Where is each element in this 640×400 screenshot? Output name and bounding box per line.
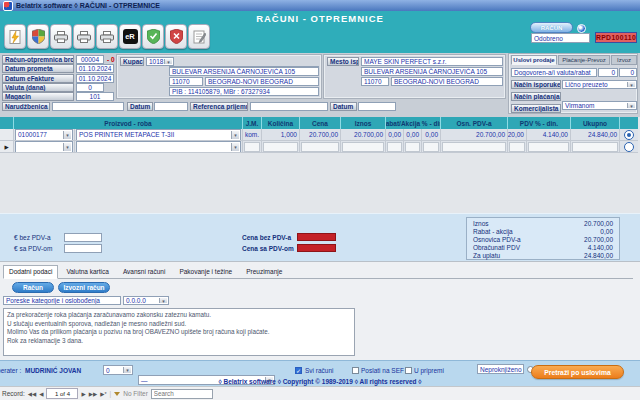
filter-combo-1[interactable]: 0 [103, 365, 133, 375]
title-bar: Belatrix software ◊ RAČUNI - OTPREMNICE [0, 0, 640, 11]
invoice-number-field[interactable]: 00004 [76, 55, 104, 64]
referenca-input[interactable] [250, 102, 328, 111]
magacin-field[interactable]: 101 [76, 92, 114, 101]
narudzbenica-input[interactable] [52, 102, 124, 111]
row-selected-radio[interactable] [624, 130, 634, 140]
kupac-label: Kupac [120, 57, 144, 66]
total-label: Obračunati PDV [473, 244, 520, 251]
last-record-icon[interactable]: ▶▶ [89, 389, 97, 399]
cena-bez-label: Cena bez PDV-a [242, 234, 291, 241]
tab-pakovanje-tezine[interactable]: Pakovanje i težine [173, 265, 238, 278]
item-name-combo[interactable]: POS PRINTER METAPACE T-3II [76, 129, 241, 141]
totals-box: Iznos20.700,00 Rabat - akcija0,00 Osnovi… [466, 217, 620, 260]
tab-izvoz[interactable]: Izvoz [611, 55, 637, 65]
eur-bez-field[interactable] [64, 233, 102, 242]
first-record-icon[interactable]: ◀◀ [28, 389, 36, 399]
datum-efakture-field[interactable]: 01.10.2024 [76, 74, 114, 83]
kupac-zip-field: 11070 [169, 77, 203, 86]
col-proizvod[interactable]: Proizvod - roba [14, 117, 243, 129]
invoice-notes-box[interactable]: Za prekoračenje roka plaćanja zaračunava… [3, 308, 355, 356]
toolbar-button-security[interactable] [27, 24, 49, 49]
kupac-panel: Kupac 1018 MAYE SKIN PERFECT s.z.r. BULE… [116, 54, 322, 99]
svi-racuni-checkbox[interactable] [295, 367, 302, 374]
mesto-city-field: BEOGRAD-NOVI BEOGRAD [391, 77, 503, 86]
printer-icon [54, 31, 68, 43]
toolbar-button-print-1[interactable] [50, 24, 72, 49]
new-item-row[interactable] [0, 141, 638, 153]
datum1-input[interactable] [154, 102, 188, 111]
toolbar-button-approve[interactable] [142, 24, 164, 49]
item-rabat-pct[interactable]: 0,00 [386, 129, 404, 141]
tab-dodatni-podaci[interactable]: Dodatni podaci [3, 265, 58, 279]
datum-prometa-field[interactable]: 01.10.2024 [76, 64, 114, 73]
new-item-name-combo[interactable] [76, 141, 241, 153]
status-field: Odobreno [531, 33, 590, 43]
u-pripremi-checkbox[interactable] [405, 367, 412, 374]
no-filter-label[interactable]: No Filter [123, 390, 148, 397]
tab-avansni-racuni[interactable]: Avansni računi [117, 265, 172, 278]
info-round-button[interactable] [577, 24, 586, 33]
dogovoreno-valuta-field[interactable]: 0 [598, 68, 618, 77]
item-osn-pdv: 20.700,00 [441, 129, 508, 141]
bottom-tabs: Dodatni podaci Valutna kartica Avansni r… [3, 265, 633, 279]
tab-valutna-kartica[interactable]: Valutna kartica [60, 265, 115, 278]
item-akcija-pct[interactable]: 0,00 [404, 129, 422, 141]
poreske-kategorije-label: Poreske kategorije i oslobođenja [3, 296, 121, 305]
col-ukupno[interactable]: Ukupno [571, 117, 620, 129]
new-row-marker-icon [4, 143, 8, 150]
referenca-label: Referenca prijemnice [190, 102, 248, 111]
toolbar-button-print-3[interactable] [96, 24, 118, 49]
valuta-field[interactable]: 0 [76, 83, 104, 92]
nacin-placanja-combo[interactable]: Virmanom [562, 101, 637, 110]
col-cena[interactable]: Cena [300, 117, 341, 129]
poslati-na-sef-label: Poslati na SEF [361, 367, 404, 374]
item-code-combo[interactable]: 01000177 [15, 129, 73, 141]
total-label: Iznos [473, 220, 489, 227]
new-item-code-combo[interactable] [15, 141, 73, 153]
tab-preuzimanje[interactable]: Preuzimanje [240, 265, 288, 278]
eracun-icon: eR [123, 29, 138, 44]
row-selector[interactable] [0, 129, 14, 141]
tab-uslovi-prodaje[interactable]: Uslovi prodaje [511, 55, 557, 65]
toolbar-button-print-2[interactable] [73, 24, 95, 49]
new-record-icon[interactable]: ▶* [100, 389, 106, 399]
invoice-number-suffix: - 0 [107, 56, 115, 63]
col-kolicina[interactable]: Količina [262, 117, 300, 129]
toolbar-button-eracun[interactable]: eR [119, 24, 141, 49]
eur-sa-field[interactable] [64, 244, 102, 253]
toolbar-button-notes[interactable] [188, 24, 210, 49]
printer-icon [100, 31, 114, 43]
operator-name: MUDRINIĆ JOVAN [25, 367, 81, 374]
col-rabat[interactable]: Rabat/Akcija % - din. [386, 117, 441, 129]
izvozni-racun-button[interactable]: Izvozni račun [58, 282, 110, 293]
toolbar-button-reject[interactable] [165, 24, 187, 49]
col-pdv[interactable]: PDV % - din. [508, 117, 571, 129]
next-record-icon[interactable]: ▶ [81, 389, 85, 399]
col-jm[interactable]: J.M. [243, 117, 262, 129]
racun-button[interactable]: Račun [12, 282, 54, 293]
u-pripremi-label: U pripremi [414, 367, 444, 374]
dogovoreno-rabat-field[interactable]: 0 [619, 68, 637, 77]
item-row[interactable]: 01000177 POS PRINTER METAPACE T-3II kom.… [0, 129, 638, 141]
datum2-input[interactable] [358, 102, 396, 111]
col-iznos[interactable]: Iznos [341, 117, 386, 129]
row-unselected-radio[interactable] [624, 142, 634, 152]
neproknjizeno-field: Neproknjiženo [477, 364, 524, 374]
nacin-isporuke-combo[interactable]: Lično preuzeto [562, 80, 637, 89]
item-cena[interactable]: 20.700,00 [300, 129, 341, 141]
item-kolicina[interactable]: 1,000 [262, 129, 300, 141]
pretrazi-button[interactable]: Pretraži po uslovima [531, 365, 624, 379]
poslati-na-sef-checkbox[interactable] [352, 367, 359, 374]
toolbar-button-new-invoice[interactable] [4, 24, 26, 49]
col-osn-pdv[interactable]: Osn. PDV-a [441, 117, 508, 129]
tab-placanje-prevoz[interactable]: Plaćanje-Prevoz [558, 55, 610, 65]
total-label: Za uplatu [473, 252, 500, 259]
mesto-label: Mesto isp. [327, 57, 359, 66]
racun-print-button[interactable]: RAČUN [530, 22, 573, 33]
total-value: 0,00 [600, 228, 613, 235]
form-area: Račun-otpremnica broj 00004 - 0 Datum pr… [0, 53, 640, 117]
poreske-kategorije-combo[interactable]: 0.0.0.0 [123, 296, 169, 305]
record-search-input[interactable] [151, 389, 213, 399]
prev-record-icon[interactable]: ◀ [39, 389, 43, 399]
kupac-code-combo[interactable]: 1018 [146, 57, 174, 66]
